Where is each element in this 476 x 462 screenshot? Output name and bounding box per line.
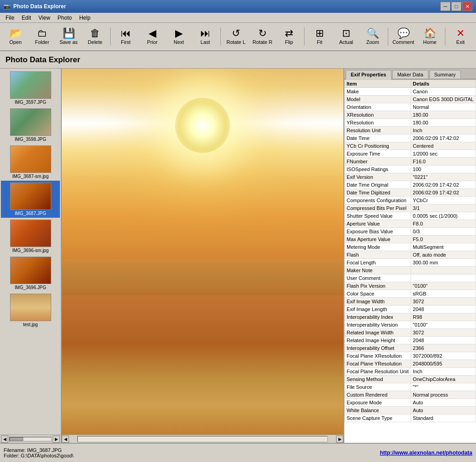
exif-item-label: Exif Image Width bbox=[345, 298, 411, 306]
exif-table: Item Details MakeCanonModelCanon EOS 300… bbox=[344, 80, 476, 422]
table-row: Focal Plane YResolution2048000/595 bbox=[345, 360, 476, 368]
table-row: User Comment bbox=[345, 274, 476, 282]
maximize-button[interactable]: □ bbox=[451, 2, 461, 11]
open-label: Open bbox=[10, 39, 22, 45]
rotate-left-button[interactable]: ↺ Rotate L bbox=[223, 24, 249, 49]
exif-item-details: 0/3 bbox=[411, 228, 476, 236]
exit-button[interactable]: ✕ Exit bbox=[448, 24, 473, 49]
first-button[interactable]: ⏮ First bbox=[113, 24, 139, 49]
thumb-scroll-left[interactable]: ◀ bbox=[1, 435, 8, 443]
exif-item-details: "0100" bbox=[411, 321, 476, 329]
toolbar-separator-5 bbox=[445, 27, 445, 46]
save-button[interactable]: 💾 Save as bbox=[56, 24, 81, 49]
table-row: Scene Capture TypeStandard bbox=[345, 414, 476, 422]
menu-photo[interactable]: Photo bbox=[54, 14, 75, 22]
thumbnail-item-thumb6[interactable]: IMG_3696.JPG bbox=[2, 256, 59, 291]
fit-button[interactable]: ⊞ Fit bbox=[307, 24, 332, 49]
thumb-scroll-right[interactable]: ▶ bbox=[53, 435, 60, 443]
main-image bbox=[62, 69, 343, 435]
exif-item-details: F16.0 bbox=[411, 158, 476, 166]
status-folder: Folder: G:\DATA\photos2\good\ bbox=[4, 453, 73, 458]
exif-item-details: 3072 bbox=[411, 329, 476, 337]
exif-item-details: 2006:02:09 17:42:02 bbox=[411, 189, 476, 197]
rotate-left-icon: ↺ bbox=[232, 28, 240, 38]
exif-item-details: Centered bbox=[411, 142, 476, 150]
exif-item-details: 2048000/595 bbox=[411, 360, 476, 368]
thumbnail-label-thumb1: IMG_3597.JPG bbox=[15, 100, 46, 105]
thumbnail-item-thumb7[interactable]: test.jpg bbox=[2, 293, 59, 328]
tab-maker-data[interactable]: Maker Data bbox=[392, 70, 428, 79]
minimize-button[interactable]: ─ bbox=[440, 2, 450, 11]
folder-label: Folder bbox=[35, 39, 49, 45]
exif-item-label: XResolution bbox=[345, 111, 411, 119]
exif-item-label: FNumber bbox=[345, 158, 411, 166]
zoom-button[interactable]: 🔍 Zoom bbox=[360, 24, 385, 49]
thumbnail-item-thumb3[interactable]: IMG_3687-sm.jpg bbox=[2, 145, 59, 180]
thumbnail-image-thumb7 bbox=[10, 294, 51, 321]
home-button[interactable]: 🏠 Home bbox=[417, 24, 443, 49]
exif-item-label: Components Configuration bbox=[345, 197, 411, 204]
menu-file[interactable]: File bbox=[2, 14, 18, 22]
next-button[interactable]: ▶ Next bbox=[166, 24, 192, 49]
table-row: Exposure Bias Value0/3 bbox=[345, 228, 476, 236]
menu-view[interactable]: View bbox=[35, 14, 54, 22]
img-scroll-left[interactable]: ◀ bbox=[62, 435, 69, 443]
page-title: Photo Data Explorer bbox=[5, 55, 80, 64]
delete-button[interactable]: 🗑 Delete bbox=[82, 24, 108, 49]
rotate-right-button[interactable]: ↻ Rotate R bbox=[250, 24, 275, 49]
thumbnail-item-thumb5[interactable]: IMG_3696-sm.jpg bbox=[2, 219, 59, 254]
img-scroll-track[interactable] bbox=[77, 436, 328, 442]
table-row: YResolution180.00 bbox=[345, 119, 476, 127]
prior-button[interactable]: ◀ Prior bbox=[139, 24, 165, 49]
exif-item-details: 2006:02:09 17:42:02 bbox=[411, 134, 476, 142]
exif-item-details: F5.0 bbox=[411, 236, 476, 243]
table-row: ISOSpeed Ratings100 bbox=[345, 166, 476, 173]
exif-table-body: MakeCanonModelCanon EOS 300D DIGITALOrie… bbox=[345, 88, 476, 422]
exif-item-details: 0.0005 sec (1/2000) bbox=[411, 212, 476, 220]
close-button[interactable]: ✕ bbox=[462, 2, 472, 11]
exif-table-container[interactable]: Item Details MakeCanonModelCanon EOS 300… bbox=[344, 80, 476, 443]
thumbnail-scroll-area[interactable]: IMG_3597.JPGIMG_3598.JPGIMG_3687-sm.jpgI… bbox=[0, 69, 61, 435]
menu-help[interactable]: Help bbox=[75, 14, 94, 22]
save-label: Save as bbox=[59, 39, 78, 45]
exif-item-label: Flash bbox=[345, 251, 411, 259]
exif-item-label: ISOSpeed Ratings bbox=[345, 166, 411, 173]
exif-item-label: Exif Version bbox=[345, 173, 411, 181]
table-row: Metering ModeMultiSegment bbox=[345, 243, 476, 251]
open-button[interactable]: 📂 Open bbox=[3, 24, 28, 49]
last-button[interactable]: ⏭ Last bbox=[193, 24, 218, 49]
prior-label: Prior bbox=[147, 39, 157, 45]
rotate-left-label: Rotate L bbox=[226, 39, 246, 45]
exif-item-label: Flash Pix Version bbox=[345, 282, 411, 290]
fit-icon: ⊞ bbox=[316, 28, 324, 38]
thumbnail-item-thumb4[interactable]: IMG_3687.JPG bbox=[2, 182, 59, 217]
exif-item-details: MultiSegment bbox=[411, 243, 476, 251]
thumbnail-item-thumb2[interactable]: IMG_3598.JPG bbox=[2, 107, 59, 143]
thumbnail-item-thumb1[interactable]: IMG_3597.JPG bbox=[2, 70, 59, 106]
actual-button[interactable]: ⊡ Actual bbox=[333, 24, 359, 49]
website-link[interactable]: http://www.alexnolan.net/photodata bbox=[380, 450, 472, 456]
table-row: Interoperability Version"0100" bbox=[345, 321, 476, 329]
tab-exif-properties[interactable]: Exif Properties bbox=[346, 70, 391, 80]
exif-item-details bbox=[411, 267, 476, 274]
comment-button[interactable]: 💬 Comment bbox=[390, 24, 416, 49]
flip-icon: ⇄ bbox=[285, 28, 293, 38]
last-icon: ⏭ bbox=[200, 28, 210, 38]
table-row: Focal Plane XResolution3072000/892 bbox=[345, 352, 476, 360]
flip-button[interactable]: ⇄ Flip bbox=[276, 24, 302, 49]
exif-item-details: OneChipColorArea bbox=[411, 376, 476, 383]
folder-button[interactable]: 🗀 Folder bbox=[29, 24, 55, 49]
table-row: Date Time Digitized2006:02:09 17:42:02 bbox=[345, 189, 476, 197]
toolbar-separator-4 bbox=[388, 27, 388, 46]
exif-item-details: 2366 bbox=[411, 344, 476, 352]
menu-edit[interactable]: Edit bbox=[18, 14, 35, 22]
exif-item-label: Exposure Time bbox=[345, 150, 411, 158]
image-horizontal-scrollbar: ◀ ▶ bbox=[62, 435, 343, 443]
exif-item-details: R98 bbox=[411, 313, 476, 321]
img-scroll-right[interactable]: ▶ bbox=[336, 435, 343, 443]
exif-item-details: 2006:02:09 17:42:02 bbox=[411, 181, 476, 189]
image-container[interactable] bbox=[62, 69, 343, 435]
tab-summary[interactable]: Summary bbox=[429, 70, 461, 79]
exif-item-details: 3072 bbox=[411, 298, 476, 306]
exif-item-label: Date Time Digitized bbox=[345, 189, 411, 197]
